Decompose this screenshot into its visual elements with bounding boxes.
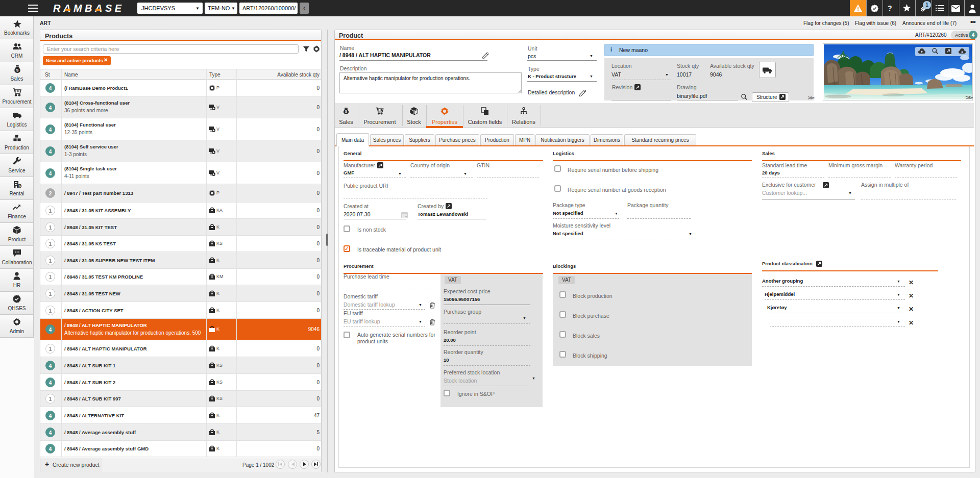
svg-text:$: $: [345, 110, 347, 114]
